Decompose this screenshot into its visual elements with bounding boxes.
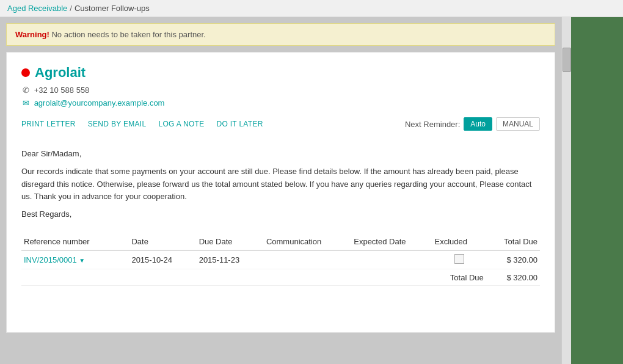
send-by-email-button[interactable]: SEND BY EMAIL xyxy=(88,120,147,128)
warning-message: No action needs to be taken for this par… xyxy=(51,30,205,39)
scrollbar-thumb[interactable] xyxy=(563,48,571,72)
total-row: Total Due $ 320.00 xyxy=(21,269,540,285)
invoice-exp-cell xyxy=(351,250,432,269)
phone-number: +32 10 588 558 xyxy=(34,86,90,95)
manual-button[interactable]: MANUAL xyxy=(496,117,540,131)
breadcrumb-current: Customer Follow-ups xyxy=(75,4,150,13)
row-dropdown-icon[interactable]: ▼ xyxy=(79,257,85,264)
invoice-total-cell: $ 320.00 xyxy=(486,250,540,269)
invoice-ref-link[interactable]: INV/2015/0001 xyxy=(24,255,77,264)
col-header-ref: Reference number xyxy=(21,233,129,250)
total-amount-cell: $ 320.00 xyxy=(486,269,540,285)
letter-closing: Best Regards, xyxy=(21,208,540,221)
contact-email: ✉ agrolait@yourcompany.example.com xyxy=(21,98,540,107)
col-header-total: Total Due xyxy=(486,233,540,250)
letter-body: Dear Sir/Madam, Our records indicate tha… xyxy=(21,148,540,221)
warning-box: Warning! No action needs to be taken for… xyxy=(6,23,555,46)
main-card: Agrolait ✆ +32 10 588 558 ✉ agrolait@you… xyxy=(6,52,555,333)
log-a-note-button[interactable]: LOG A NOTE xyxy=(158,120,204,128)
invoice-due-cell: 2015-11-23 xyxy=(197,250,264,269)
letter-body-text: Our records indicate that some payments … xyxy=(21,166,540,203)
excluded-checkbox[interactable] xyxy=(454,254,464,264)
invoice-comm-cell xyxy=(264,250,351,269)
reminder-label: Next Reminder: xyxy=(405,120,460,129)
company-name: Agrolait xyxy=(35,65,86,81)
invoice-ref-cell: INV/2015/0001 ▼ xyxy=(21,250,129,269)
action-bar: PRINT LETTER SEND BY EMAIL LOG A NOTE DO… xyxy=(21,117,540,136)
email-link[interactable]: agrolait@yourcompany.example.com xyxy=(34,98,165,107)
do-it-later-button[interactable]: DO IT LATER xyxy=(216,120,263,128)
col-header-exp: Expected Date xyxy=(351,233,432,250)
main-area: Warning! No action needs to be taken for… xyxy=(0,17,623,364)
col-header-due: Due Date xyxy=(197,233,264,250)
letter-salutation: Dear Sir/Madam, xyxy=(21,148,540,161)
col-header-comm: Communication xyxy=(264,233,351,250)
col-header-excl: Excluded xyxy=(432,233,486,250)
content-panel: Warning! No action needs to be taken for… xyxy=(0,17,561,364)
email-icon: ✉ xyxy=(23,98,29,107)
status-indicator xyxy=(21,68,30,77)
breadcrumb-separator: / xyxy=(70,4,72,13)
print-letter-button[interactable]: PRINT LETTER xyxy=(21,120,76,128)
reminder-group: Next Reminder: Auto MANUAL xyxy=(405,117,540,131)
total-label-cell: Total Due xyxy=(432,269,486,285)
phone-icon: ✆ xyxy=(23,86,29,95)
table-header: Reference number Date Due Date Communica… xyxy=(21,233,540,250)
warning-label: Warning! xyxy=(15,30,49,39)
auto-button[interactable]: Auto xyxy=(464,117,492,131)
right-panel xyxy=(571,17,623,364)
contact-phone: ✆ +32 10 588 558 xyxy=(21,86,540,95)
total-empty xyxy=(21,269,432,285)
invoice-date-cell: 2015-10-24 xyxy=(129,250,196,269)
invoice-table: Reference number Date Due Date Communica… xyxy=(21,233,540,286)
breadcrumb-link[interactable]: Aged Receivable xyxy=(7,4,67,13)
invoice-excl-cell xyxy=(432,250,486,269)
col-header-date: Date xyxy=(129,233,196,250)
breadcrumb-bar: Aged Receivable / Customer Follow-ups xyxy=(0,0,623,17)
company-header: Agrolait xyxy=(21,65,540,81)
scrollbar[interactable] xyxy=(561,17,571,364)
table-body: INV/2015/0001 ▼ 2015-10-24 2015-11-23 $ … xyxy=(21,250,540,286)
table-row: INV/2015/0001 ▼ 2015-10-24 2015-11-23 $ … xyxy=(21,250,540,269)
